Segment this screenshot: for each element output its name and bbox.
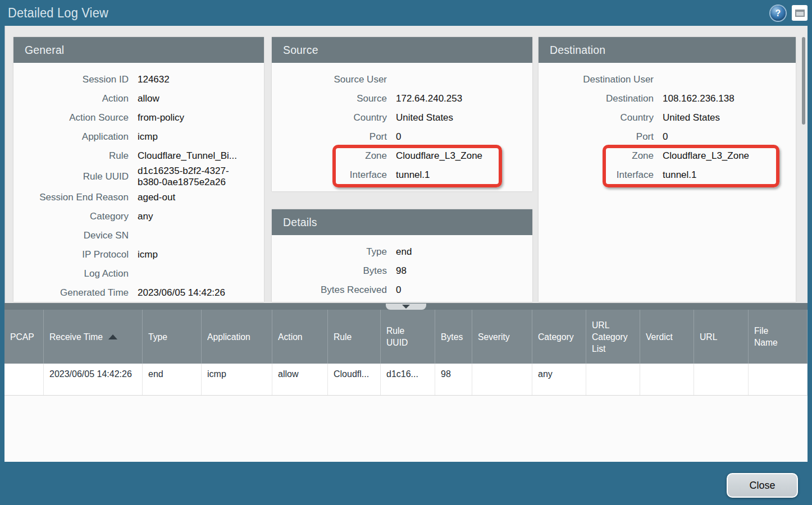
field-row: IP Protocolicmp — [13, 245, 264, 264]
panel-details-header: Details — [272, 209, 532, 235]
field-row: Bytes98 — [272, 261, 532, 281]
sort-ascending-icon — [108, 334, 117, 339]
column-label: Receive Time — [49, 331, 103, 343]
splitter-bar — [4, 303, 808, 310]
field-row: Session ID124632 — [13, 70, 264, 89]
field-value: icmp — [138, 249, 158, 260]
column-header-url[interactable]: URL — [694, 310, 749, 364]
panel-details: Details Typeend Bytes98 Bytes Received0 — [272, 209, 532, 302]
field-value: 108.162.236.138 — [663, 93, 735, 104]
column-label: Action — [278, 331, 303, 343]
field-row: RuleCloudflare_Tunnel_Bi... — [13, 146, 264, 166]
field-value: aged-out — [138, 192, 175, 203]
vertical-scrollbar[interactable] — [802, 37, 805, 125]
field-label: Source — [272, 93, 387, 104]
help-icon[interactable]: ? — [770, 6, 786, 21]
panel-source-body: Source User Source172.64.240.253 Country… — [272, 63, 532, 185]
field-label: Bytes Received — [272, 284, 387, 296]
column-header-verdict[interactable]: Verdict — [640, 310, 694, 364]
column-header-category[interactable]: Category — [532, 310, 586, 364]
page-title: Detailed Log View — [8, 6, 108, 21]
column-header-application[interactable]: Application — [202, 310, 272, 364]
column-header-severity[interactable]: Severity — [472, 310, 532, 364]
field-value: end — [396, 246, 412, 258]
field-row: Generated Time2023/06/05 14:42:26 — [13, 283, 264, 302]
cell-action: allow — [272, 364, 328, 395]
field-value: tunnel.1 — [663, 169, 697, 181]
column-label: Verdict — [646, 331, 673, 343]
panel-general-body: Session ID124632 Actionallow Action Sour… — [13, 63, 264, 302]
field-row: Interfacetunnel.1 — [539, 166, 796, 185]
panel-title: General — [25, 44, 64, 57]
column-label: Application — [207, 331, 250, 343]
detailed-log-view-dialog: { "titlebar": { "title": "Detailed Log V… — [0, 0, 812, 505]
field-value: 2023/06/05 14:42:26 — [138, 287, 225, 299]
panel-destination: Destination Destination User Destination… — [539, 37, 796, 302]
column-header-file-name[interactable]: File Name — [749, 310, 808, 364]
field-row: Device SN — [13, 226, 264, 245]
field-label: Destination User — [539, 74, 654, 85]
field-label: Zone — [272, 150, 387, 162]
maximize-icon[interactable] — [792, 5, 808, 21]
field-row: ZoneCloudflare_L3_Zone — [539, 146, 796, 166]
column-header-type[interactable]: Type — [143, 310, 202, 364]
panel-title: Source — [283, 44, 318, 57]
cell-rule: Cloudfl... — [328, 364, 381, 395]
column-label: Rule — [334, 331, 352, 343]
column-label: URL — [700, 331, 717, 343]
cell-rule-uuid: d1c16... — [381, 364, 435, 395]
column-label: Type — [148, 331, 167, 343]
field-value: allow — [138, 93, 159, 104]
splitter-handle[interactable] — [386, 304, 426, 310]
column-label: Rule UUID — [386, 325, 428, 348]
field-value: 98 — [396, 265, 407, 277]
question-mark-glyph: ? — [775, 8, 781, 19]
column-label: Category — [538, 331, 574, 343]
field-value: any — [138, 211, 153, 222]
column-header-action[interactable]: Action — [272, 310, 328, 364]
column-header-rule[interactable]: Rule — [328, 310, 381, 364]
field-label: Action — [13, 93, 129, 104]
field-row: Destination User — [539, 70, 796, 89]
column-label: URL Category List — [592, 319, 633, 355]
field-value: 124632 — [138, 74, 170, 85]
cell-application: icmp — [202, 364, 272, 395]
column-header-url-category-list[interactable]: URL Category List — [586, 310, 640, 364]
field-label: Source User — [272, 74, 387, 85]
log-table-header: PCAP Receive Time Type Application Actio… — [4, 310, 808, 364]
field-row: Source172.64.240.253 — [272, 89, 532, 108]
field-value: tunnel.1 — [396, 169, 430, 181]
log-table: PCAP Receive Time Type Application Actio… — [4, 310, 808, 462]
cell-url — [694, 364, 749, 395]
field-label: Interface — [539, 169, 654, 181]
cell-severity — [472, 364, 532, 395]
field-label: Generated Time — [13, 287, 129, 299]
field-label: Session ID — [13, 74, 129, 85]
column-header-pcap[interactable]: PCAP — [4, 310, 44, 364]
field-label: Rule UUID — [13, 171, 129, 182]
field-value: United States — [396, 112, 453, 123]
column-header-bytes[interactable]: Bytes — [435, 310, 472, 364]
column-label: Severity — [478, 331, 510, 343]
field-row: Interfacetunnel.1 — [272, 166, 532, 185]
field-label: Port — [272, 131, 387, 143]
field-label: Type — [272, 246, 387, 258]
column-header-receive-time[interactable]: Receive Time — [44, 310, 143, 364]
field-label: IP Protocol — [13, 249, 129, 260]
field-row: Bytes Received0 — [272, 281, 532, 300]
column-header-rule-uuid[interactable]: Rule UUID — [381, 310, 435, 364]
cell-type: end — [143, 364, 202, 395]
cell-file-name — [749, 364, 808, 395]
table-row[interactable]: 2023/06/05 14:42:26 end icmp allow Cloud… — [4, 364, 808, 396]
field-row: Session End Reasonaged-out — [13, 188, 264, 207]
field-row: ZoneCloudflare_L3_Zone — [272, 146, 532, 166]
close-button[interactable]: Close — [727, 473, 798, 498]
panel-general-header: General — [13, 37, 264, 63]
field-row: Applicationicmp — [13, 127, 264, 146]
field-row: CountryUnited States — [272, 108, 532, 127]
panel-general: General Session ID124632 Actionallow Act… — [13, 37, 264, 302]
panel-title: Destination — [550, 44, 605, 57]
field-label: Country — [272, 112, 387, 123]
field-label: Session End Reason — [13, 192, 129, 203]
field-row: Port0 — [539, 127, 796, 146]
